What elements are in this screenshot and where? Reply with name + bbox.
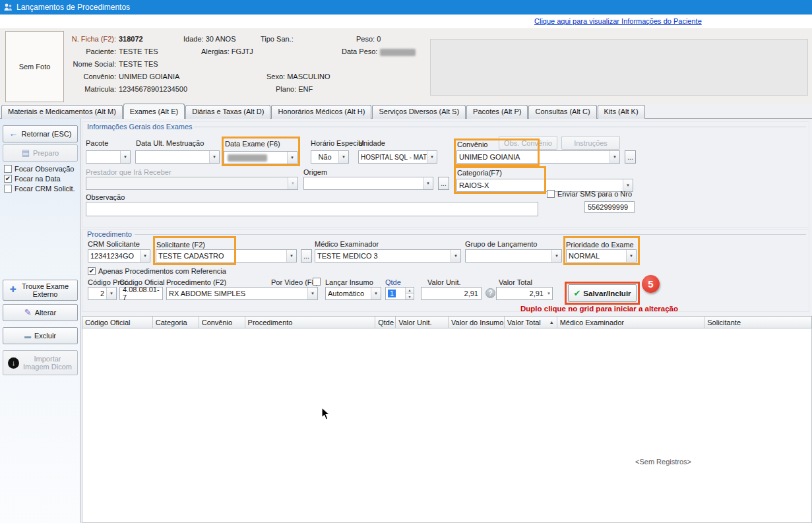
tab-materiais[interactable]: Materiais e Medicamentos (Alt M) xyxy=(1,105,123,119)
idade-item: Idade: 30 ANOS xyxy=(183,35,236,43)
matricula-label: Matricula: xyxy=(50,85,116,93)
origem-browse-button[interactable]: ... xyxy=(438,177,449,190)
unidade-combo[interactable]: HOSPITAL SQL - MATRIZ ▼ xyxy=(358,150,437,164)
annotation-note: Duplo clique no grid para iniciar a alte… xyxy=(520,305,678,313)
retornar-button[interactable]: ← Retornar (ESC) xyxy=(3,125,78,142)
instrucoes-button[interactable]: Instruções xyxy=(561,136,620,150)
col-convenio[interactable]: Convênio xyxy=(199,317,245,328)
chevron-down-icon[interactable]: ▼ xyxy=(609,151,619,163)
chevron-down-icon[interactable]: ▼ xyxy=(423,177,433,189)
valor-total-label: Valor Total xyxy=(499,278,532,286)
data-ult-combo[interactable]: ▼ xyxy=(135,150,220,164)
app-icon xyxy=(3,3,13,12)
minus-icon: ▬ xyxy=(24,332,31,340)
chevron-down-icon[interactable]: ▼ xyxy=(371,288,381,299)
back-arrow-icon: ← xyxy=(9,129,18,138)
salvar-incluir-button[interactable]: ✔ Salvar/Incluir xyxy=(568,284,637,302)
convenio-browse-button[interactable]: ... xyxy=(625,150,636,164)
tabstrip: Materiais e Medicamentos (Alt M) Exames … xyxy=(1,104,645,119)
unidade-label: Unidade xyxy=(358,139,385,147)
tab-kits[interactable]: Kits (Alt K) xyxy=(598,105,645,119)
codigo-proc-combo[interactable]: 2 ▼ xyxy=(88,287,117,300)
por-video-checkbox[interactable] xyxy=(313,278,321,286)
data-exame-combo[interactable]: ▼ xyxy=(224,151,297,164)
chevron-down-icon[interactable]: ▼ xyxy=(106,288,116,299)
col-codigo-oficial[interactable]: Código Oficial xyxy=(82,317,153,328)
valor-unit-field[interactable]: 2,91 xyxy=(421,287,482,300)
excluir-button[interactable]: ▬ Excluir xyxy=(3,327,78,344)
procedimento-combo[interactable]: RX ABDOME SIMPLES ▼ xyxy=(166,287,318,300)
grid-empty-text: <Sem Registros> xyxy=(635,458,691,466)
chevron-down-icon[interactable]: ▼ xyxy=(451,250,460,262)
col-solicitante[interactable]: Solicitante xyxy=(704,317,811,328)
enviar-sms-checkbox[interactable]: Enviar SMS para o Nro xyxy=(547,190,632,198)
crm-solicitante-combo[interactable]: 12341234GO ▼ xyxy=(88,249,150,262)
convenio-combo[interactable]: UNIMED GOIANIA ▼ xyxy=(456,150,620,164)
preparo-button[interactable]: ▤ Preparo xyxy=(3,144,78,162)
plus-icon: ✚ xyxy=(9,286,16,294)
chevron-down-icon[interactable]: ▼ xyxy=(120,151,130,163)
focar-observacao-checkbox[interactable]: Focar Observação xyxy=(4,165,74,173)
alterar-button[interactable]: ✎ Alterar xyxy=(3,304,78,321)
download-circle-icon: ↓ xyxy=(8,357,19,369)
chevron-down-icon[interactable]: ▼ xyxy=(338,151,348,163)
chevron-down-icon[interactable]: ▼ xyxy=(427,151,437,163)
apenas-referencia-checkbox[interactable]: ✔ Apenas Procedimentos com Referencia xyxy=(88,267,226,275)
col-valor-unit[interactable]: Valor Unit. xyxy=(396,317,449,328)
chevron-down-icon[interactable]: ▼ xyxy=(626,250,636,262)
col-valor-total[interactable]: Valor Total▲ xyxy=(505,317,557,328)
chevron-down-icon[interactable]: ▼ xyxy=(287,152,297,164)
convenio-header-label: Convênio: xyxy=(50,73,116,80)
tab-consultas[interactable]: Consultas (Alt C) xyxy=(528,105,596,119)
chevron-down-icon[interactable]: ▼ xyxy=(551,250,561,262)
horario-especial-label: Horário Especial xyxy=(311,139,364,147)
solicitante-browse-button[interactable]: ... xyxy=(301,249,312,262)
grid-body[interactable] xyxy=(82,328,812,523)
col-valor-insumo[interactable]: Valor do Insumo xyxy=(449,317,505,328)
origem-combo[interactable]: ▼ xyxy=(303,177,433,190)
sms-number-input[interactable]: 5562999999 xyxy=(584,201,635,213)
col-medico-examinador[interactable]: Médico Examinador xyxy=(557,317,705,328)
grupo-lancamento-combo[interactable]: ▼ xyxy=(465,249,562,262)
chevron-down-icon[interactable]: ▼ xyxy=(288,177,297,189)
chevron-down-icon[interactable]: ▼ xyxy=(209,151,219,163)
chevron-down-icon[interactable]: ▼ xyxy=(286,250,296,262)
valor-total-field: 2,91 ▼ xyxy=(496,287,553,300)
tab-diarias[interactable]: Diárias e Taxas (Alt D) xyxy=(185,105,270,119)
qtde-stepper[interactable]: 1 ▲▼ xyxy=(385,287,414,300)
codigo-oficial-field[interactable]: 4.08.08.01-7 xyxy=(119,287,163,300)
horario-especial-combo[interactable]: Não ▼ xyxy=(311,150,349,164)
lancar-insumo-combo[interactable]: Automático ▼ xyxy=(325,287,381,300)
col-categoria[interactable]: Categoria xyxy=(153,317,199,328)
pencil-icon: ✎ xyxy=(24,308,32,317)
checkbox-icon xyxy=(4,165,12,173)
col-qtde[interactable]: Qtde xyxy=(375,317,396,328)
medico-examinador-combo[interactable]: TESTE MEDICO 3 ▼ xyxy=(315,249,461,262)
chevron-down-icon[interactable]: ▼ xyxy=(140,250,150,262)
pacote-label: Pacote xyxy=(86,139,108,147)
focar-crm-checkbox[interactable]: Focar CRM Solicit. xyxy=(4,185,75,193)
importar-dicom-button[interactable]: ↓ Importar Imagem Dicom xyxy=(3,350,78,375)
data-exame-label: Data Exame (F6) xyxy=(225,140,280,148)
tab-honorarios[interactable]: Honorários Médicos (Alt H) xyxy=(271,105,371,119)
patient-info-link[interactable]: Clique aqui para visualizar Informações … xyxy=(534,17,702,25)
convenio-header-value: UNIMED GOIANIA xyxy=(119,73,179,80)
pacote-combo[interactable]: ▼ xyxy=(86,150,131,164)
observacao-input[interactable] xyxy=(86,202,538,216)
tab-servicos[interactable]: Serviços Diversos (Alt S) xyxy=(372,105,466,119)
solicitante-combo[interactable]: TESTE CADASTRO ▼ xyxy=(156,249,297,262)
trouxe-exame-button[interactable]: ✚ Trouxe Exame Externo xyxy=(3,280,78,301)
stepper-arrows[interactable]: ▲▼ xyxy=(405,288,414,299)
tab-pacotes[interactable]: Pacotes (Alt P) xyxy=(466,105,528,119)
prioridade-combo[interactable]: NORMAL ▼ xyxy=(566,249,637,262)
obs-convenio-button[interactable]: Obs. Convênio xyxy=(499,136,557,150)
col-procedimento[interactable]: Procedimento xyxy=(245,317,376,328)
sexo-item: Sexo: MASCULINO xyxy=(266,73,330,80)
chevron-down-icon[interactable]: ▼ xyxy=(307,288,317,299)
prestador-combo[interactable]: ▼ xyxy=(86,177,298,190)
ficha-value: 318072 xyxy=(119,35,143,43)
tab-exames[interactable]: Exames (Alt E) xyxy=(123,104,185,119)
focar-na-data-checkbox[interactable]: ✔ Focar na Data xyxy=(4,175,61,183)
help-icon[interactable]: ? xyxy=(485,288,495,298)
procedimento-label: Procedimento (F2) xyxy=(166,278,226,286)
